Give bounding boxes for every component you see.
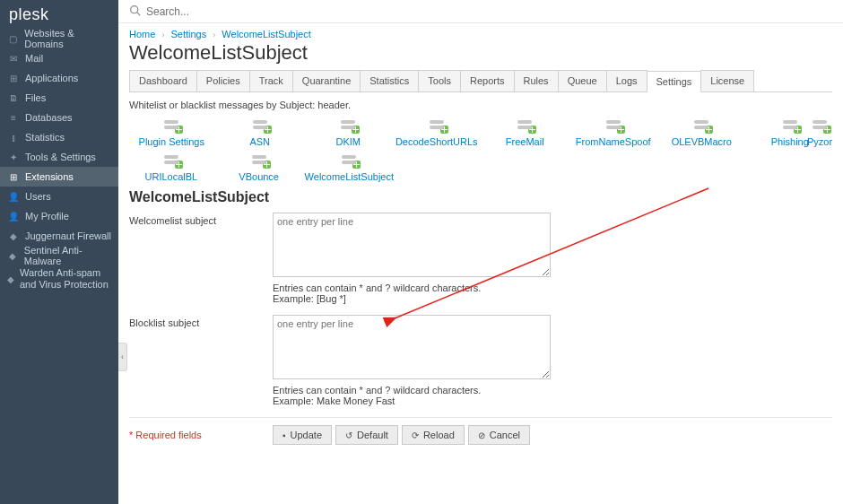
search-icon (129, 4, 141, 19)
plugin-item[interactable]: Plugin Settings (129, 116, 214, 151)
tab-logs[interactable]: Logs (606, 70, 647, 91)
sidebar-item-files[interactable]: 🗎Files (0, 88, 118, 108)
plugin-icon (338, 117, 358, 132)
reload-button[interactable]: ⟳Reload (402, 425, 465, 445)
tab-track[interactable]: Track (249, 70, 293, 91)
plugin-item[interactable]: WelcomeListSubject (305, 151, 394, 186)
plugin-link[interactable]: DKIM (306, 136, 391, 147)
description-text: Whitelist or blacklist messages by Subje… (129, 100, 832, 110)
sidebar-item-websites-domains[interactable]: ▢Websites & Domains (0, 29, 118, 48)
sidebar-item-label: Extensions (25, 171, 74, 182)
breadcrumb-settings[interactable]: Settings (170, 29, 206, 39)
sidebar-item-label: Databases (25, 112, 73, 123)
tab-rules[interactable]: Rules (514, 70, 559, 91)
divider (129, 417, 832, 418)
welcomelist-help: Entries can contain * and ? wildcard cha… (273, 282, 551, 304)
sidebar-item-juggernaut-firewall[interactable]: ◆Juggernaut Firewall (0, 226, 118, 246)
plugin-link[interactable]: ASN (218, 136, 303, 147)
undo-icon: ↺ (345, 430, 352, 440)
breadcrumb-home[interactable]: Home (129, 29, 155, 39)
update-button[interactable]: ▪Update (273, 425, 332, 445)
cancel-button[interactable]: ⊘Cancel (468, 425, 530, 445)
plugin-icon (515, 117, 534, 132)
sidebar-item-warden-anti-spam-and-virus-protection[interactable]: ◆Warden Anti-spam and Virus Protection (0, 265, 118, 292)
tab-queue[interactable]: Queue (558, 70, 607, 91)
sidebar: plesk ▢Websites & Domains✉Mail⊞Applicati… (0, 0, 118, 504)
sidebar-item-databases[interactable]: ≡Databases (0, 108, 118, 127)
plugin-item[interactable]: FreeMail (482, 116, 568, 151)
nav-icon: ⊞ (7, 72, 20, 84)
tab-policies[interactable]: Policies (196, 70, 250, 91)
plugin-link[interactable]: VBounce (217, 171, 301, 182)
plugin-item[interactable]: FromNameSpoof (571, 116, 656, 151)
plugin-item[interactable]: OLEVBMacro (659, 116, 744, 151)
blocklist-textarea[interactable] (273, 315, 551, 379)
blocklist-help: Entries can contain * and ? wildcard cha… (273, 385, 551, 406)
nav-icon: ✦ (7, 151, 20, 163)
breadcrumb-current[interactable]: WelcomeListSubject (222, 29, 310, 39)
plugin-grid-row1: Plugin SettingsASNDKIMDecodeShortURLsFre… (129, 116, 832, 151)
sidebar-item-label: Mail (25, 53, 43, 64)
plugin-link[interactable]: FromNameSpoof (571, 136, 656, 147)
plugin-icon (161, 117, 181, 132)
plugin-icon (780, 117, 800, 132)
tab-dashboard[interactable]: Dashboard (129, 70, 197, 91)
form-row-welcomelist: Welcomelist subject Entries can contain … (129, 213, 832, 311)
plugin-icon (249, 152, 269, 167)
plugin-link[interactable]: FreeMail (482, 136, 568, 147)
nav-icon: ⊞ (7, 170, 20, 183)
plugin-link[interactable]: WelcomeListSubject (305, 171, 394, 182)
sidebar-item-sentinel-anti-malware[interactable]: ◆Sentinel Anti-Malware (0, 246, 118, 265)
nav-icon: ◆ (7, 249, 19, 262)
tab-license[interactable]: License (700, 70, 754, 91)
tab-quarantine[interactable]: Quarantine (292, 70, 361, 91)
sidebar-item-tools-settings[interactable]: ✦Tools & Settings (0, 147, 118, 167)
plugin-link[interactable]: DecodeShortURLs (395, 136, 480, 147)
sidebar-item-label: Statistics (25, 132, 65, 143)
section-title: WelcomeListSubject (129, 189, 832, 205)
form-row-blocklist: Blocklist subject Entries can contain * … (129, 315, 832, 413)
svg-line-1 (137, 12, 140, 14)
nav-icon: ◆ (7, 273, 14, 285)
sidebar-item-statistics[interactable]: ⫿Statistics (0, 127, 118, 147)
plugin-item[interactable]: URILocalBL (129, 151, 213, 186)
plugin-item[interactable]: VBounce (217, 151, 301, 186)
nav-icon: ▢ (7, 32, 19, 45)
plugin-item[interactable]: DKIM (306, 116, 391, 151)
plugin-item[interactable]: ASN (218, 116, 303, 151)
svg-point-0 (131, 5, 138, 13)
plugin-link[interactable]: OLEVBMacro (659, 136, 744, 147)
plugin-item[interactable]: DecodeShortURLs (395, 116, 480, 151)
sidebar-item-my-profile[interactable]: 👤My Profile (0, 206, 118, 226)
sidebar-item-extensions[interactable]: ⊞Extensions (0, 167, 118, 187)
sidebar-item-label: Applications (25, 73, 78, 83)
sidebar-item-label: Users (25, 191, 51, 202)
sidebar-item-users[interactable]: 👤Users (0, 187, 118, 206)
plugin-item[interactable]: Pyzor (802, 116, 838, 151)
nav-icon: 👤 (7, 210, 20, 222)
default-button[interactable]: ↺Default (335, 425, 398, 445)
main-area: Home › Settings › WelcomeListSubject Wel… (118, 0, 843, 456)
cancel-icon: ⊘ (478, 430, 485, 440)
nav-icon: 👤 (7, 190, 20, 203)
tab-tools[interactable]: Tools (418, 70, 461, 91)
save-icon: ▪ (282, 430, 286, 440)
plugin-link[interactable]: Pyzor (802, 136, 838, 147)
search-input[interactable] (146, 5, 832, 18)
plugin-link[interactable]: URILocalBL (129, 171, 213, 182)
tab-reports[interactable]: Reports (460, 70, 515, 91)
tab-settings[interactable]: Settings (647, 71, 702, 92)
sidebar-item-label: Files (25, 92, 46, 103)
chevron-right-icon: › (213, 30, 215, 39)
sidebar-item-applications[interactable]: ⊞Applications (0, 68, 118, 88)
chevron-right-icon: › (161, 30, 164, 39)
sidebar-item-mail[interactable]: ✉Mail (0, 48, 118, 68)
sidebar-item-label: Juggernaut Firewall (25, 230, 111, 241)
welcomelist-textarea[interactable] (273, 213, 551, 277)
search-bar (118, 0, 843, 23)
plugin-icon (161, 152, 181, 167)
blocklist-label: Blocklist subject (129, 315, 273, 413)
required-fields-label: * Required fields (129, 430, 273, 440)
plugin-link[interactable]: Plugin Settings (129, 136, 214, 147)
tab-statistics[interactable]: Statistics (360, 70, 419, 91)
